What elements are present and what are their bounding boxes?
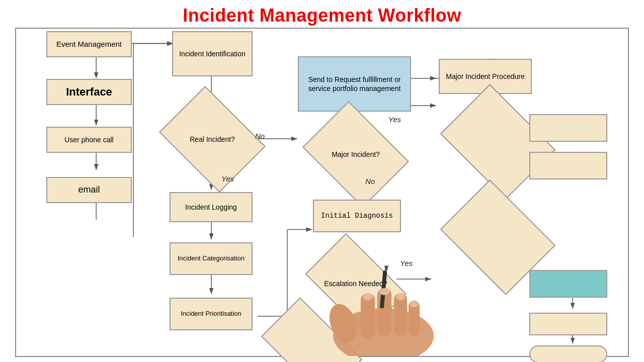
- incident-identification-box: Incident Identification: [172, 31, 253, 76]
- major-incident-diamond: Major Incident?: [313, 122, 398, 187]
- incident-categorisation-box: Incident Categorisation: [170, 242, 253, 275]
- no-label-major-incident: No: [365, 177, 375, 186]
- user-phone-call-box: User phone call: [46, 127, 132, 153]
- svg-point-42: [363, 293, 373, 300]
- real-incident-diamond: Real Incident?: [170, 107, 255, 172]
- email-box: email: [46, 177, 132, 203]
- incident-prioritisation-box: Incident Prioritisation: [170, 298, 253, 330]
- send-to-request-box: Send to Request fulfillment or service p…: [298, 56, 411, 112]
- teal-box: [529, 270, 607, 298]
- incident-logging-box: Incident Logging: [170, 192, 253, 222]
- right-top-box1: [529, 114, 607, 142]
- event-management-box: Event Management: [46, 31, 132, 57]
- diagram-area: Event Management Interface User phone ca…: [15, 28, 629, 357]
- hand-drawing: [258, 255, 459, 356]
- page-title: Incident Management Workflow: [0, 0, 644, 30]
- right-mid-diamond: [451, 202, 544, 273]
- no-label-real-incident: No: [255, 132, 265, 140]
- yes-label-major-incident: Yes: [388, 115, 401, 124]
- svg-point-43: [379, 288, 389, 295]
- yes-label-real-incident: Yes: [221, 174, 234, 183]
- interface-box: Interface: [46, 79, 132, 105]
- right-bottom-box: [529, 313, 607, 335]
- right-oval: [529, 345, 607, 362]
- right-top-box2: [529, 152, 607, 179]
- svg-marker-41: [384, 265, 388, 271]
- svg-point-45: [410, 301, 418, 307]
- svg-point-44: [396, 293, 405, 300]
- initial-diagnosis-box: Initial Diagnosis: [313, 200, 401, 232]
